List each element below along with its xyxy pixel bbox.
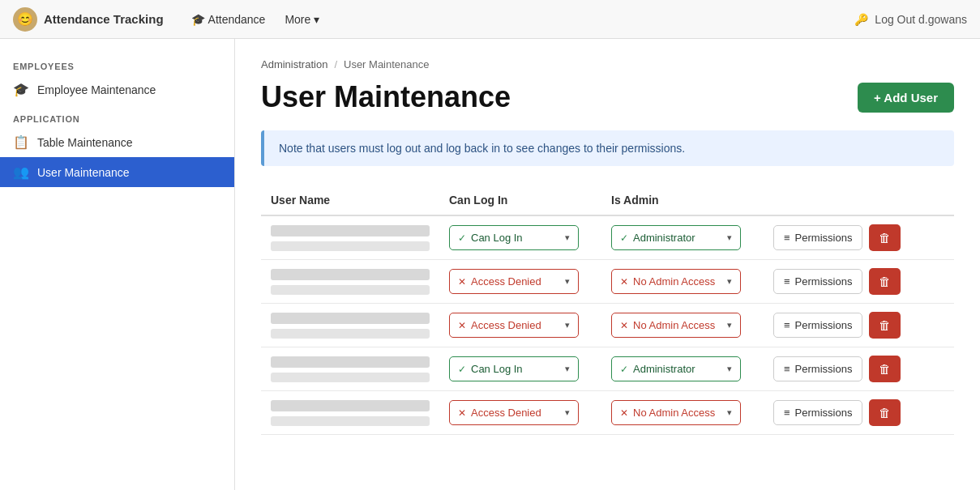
logout-button[interactable]: 🔑 Log Out d.gowans <box>854 13 967 26</box>
permissions-button-4[interactable]: ≡ Permissions <box>773 400 862 425</box>
permissions-list-icon: ≡ <box>784 407 790 419</box>
sidebar-item-user-maintenance[interactable]: 👥 User Maintenance <box>0 157 234 187</box>
delete-button-4[interactable]: 🗑 <box>869 399 901 426</box>
permissions-label: Permissions <box>795 319 853 331</box>
user-name-cell-3 <box>261 347 439 391</box>
is-admin-value: Administrator <box>633 232 695 244</box>
user-table: User Name Can Log In Is Admin ✓ Can Log … <box>261 185 954 435</box>
can-log-in-dropdown-1[interactable]: ✕ Access Denied ▾ <box>449 269 579 294</box>
actions-cell-1: ≡ Permissions 🗑 <box>764 260 954 304</box>
app-logo[interactable]: 😊 Attendance Tracking <box>13 7 164 32</box>
is-admin-cell-3: ✓ Administrator ▾ <box>601 347 764 391</box>
can-log-in-chevron-icon: ▾ <box>565 407 570 418</box>
user-name-cell-4 <box>261 391 439 435</box>
can-log-in-value: Can Log In <box>471 363 523 375</box>
actions-cell-2: ≡ Permissions 🗑 <box>764 304 954 347</box>
breadcrumb: Administration / User Maintenance <box>261 58 954 70</box>
is-admin-dropdown-1[interactable]: ✕ No Admin Access ▾ <box>611 269 741 294</box>
user-name-primary <box>271 356 430 368</box>
can-log-in-dropdown-3[interactable]: ✓ Can Log In ▾ <box>449 356 579 381</box>
info-banner: Note that users must log out and log bac… <box>261 130 954 166</box>
nav-item-more[interactable]: More ▾ <box>276 8 327 31</box>
nav-attendance-label: Attendance <box>208 13 266 26</box>
is-admin-chevron-icon: ▾ <box>727 320 732 330</box>
permissions-label: Permissions <box>795 275 853 288</box>
user-name-primary <box>271 313 430 324</box>
can-log-in-value: Access Denied <box>471 275 541 288</box>
app-title: Attendance Tracking <box>44 12 164 26</box>
page-header: User Maintenance + Add User <box>261 80 954 114</box>
delete-button-3[interactable]: 🗑 <box>869 356 901 382</box>
top-nav: 😊 Attendance Tracking 🎓 Attendance More … <box>0 0 980 39</box>
permissions-button-3[interactable]: ≡ Permissions <box>773 356 862 381</box>
sidebar-section-application: APPLICATION 📋 Table Maintenance 👥 User M… <box>0 104 234 187</box>
can-log-in-dropdown-2[interactable]: ✕ Access Denied ▾ <box>449 313 579 338</box>
sidebar: EMPLOYEES 🎓 Employee Maintenance APPLICA… <box>0 39 235 490</box>
actions-cell-3: ≡ Permissions 🗑 <box>764 347 954 391</box>
is-admin-value: No Admin Access <box>633 275 715 288</box>
breadcrumb-separator: / <box>334 58 337 70</box>
can-log-in-chevron-icon: ▾ <box>565 276 570 287</box>
table-row: ✕ Access Denied ▾ ✕ No Admin Access ▾ ≡ … <box>261 260 954 304</box>
col-is-admin: Is Admin <box>601 185 764 215</box>
permissions-button-2[interactable]: ≡ Permissions <box>773 313 862 338</box>
user-name-primary <box>271 225 430 236</box>
can-log-in-value: Access Denied <box>471 319 541 331</box>
breadcrumb-admin[interactable]: Administration <box>261 58 327 70</box>
attendance-icon: 🎓 <box>191 13 205 26</box>
logo-icon: 😊 <box>13 7 37 32</box>
delete-icon: 🗑 <box>879 275 891 288</box>
add-user-button[interactable]: + Add User <box>858 83 954 113</box>
table-maintenance-icon: 📋 <box>13 134 29 150</box>
table-row: ✕ Access Denied ▾ ✕ No Admin Access ▾ ≡ … <box>261 391 954 435</box>
breadcrumb-current: User Maintenance <box>344 58 430 70</box>
is-admin-dropdown-2[interactable]: ✕ No Admin Access ▾ <box>611 313 741 338</box>
is-admin-value: No Admin Access <box>633 407 715 419</box>
permissions-label: Permissions <box>795 232 853 244</box>
is-admin-chevron-icon: ▾ <box>727 364 732 374</box>
main-content: Administration / User Maintenance User M… <box>235 39 980 490</box>
is-admin-cell-2: ✕ No Admin Access ▾ <box>601 304 764 347</box>
actions-cell-0: ≡ Permissions 🗑 <box>764 215 954 260</box>
sidebar-employee-maintenance-label: Employee Maintenance <box>37 83 156 96</box>
chevron-down-icon: ▾ <box>314 13 319 26</box>
table-body: ✓ Can Log In ▾ ✓ Administrator ▾ ≡ Permi… <box>261 215 954 435</box>
is-admin-chevron-icon: ▾ <box>727 232 732 243</box>
permissions-button-0[interactable]: ≡ Permissions <box>773 225 862 250</box>
is-admin-cell-4: ✕ No Admin Access ▾ <box>601 391 764 435</box>
sidebar-item-employee-maintenance[interactable]: 🎓 Employee Maintenance <box>0 75 234 104</box>
nav-more-label: More <box>285 13 310 26</box>
can-log-in-dropdown-0[interactable]: ✓ Can Log In ▾ <box>449 225 579 250</box>
col-can-log-in: Can Log In <box>439 185 601 215</box>
user-maintenance-icon: 👥 <box>13 164 29 180</box>
user-name-secondary <box>271 285 430 295</box>
delete-icon: 🗑 <box>879 318 891 332</box>
sidebar-table-maintenance-label: Table Maintenance <box>37 136 133 149</box>
sidebar-section-application-label: APPLICATION <box>0 104 234 127</box>
permissions-list-icon: ≡ <box>784 232 790 244</box>
can-log-in-cell-2: ✕ Access Denied ▾ <box>439 304 601 347</box>
can-log-in-dropdown-4[interactable]: ✕ Access Denied ▾ <box>449 400 579 425</box>
table-row: ✕ Access Denied ▾ ✕ No Admin Access ▾ ≡ … <box>261 304 954 347</box>
user-name-primary <box>271 269 430 280</box>
delete-button-2[interactable]: 🗑 <box>869 312 901 339</box>
nav-item-attendance[interactable]: 🎓 Attendance <box>183 8 274 31</box>
user-name-cell-1 <box>261 260 439 304</box>
sidebar-item-table-maintenance[interactable]: 📋 Table Maintenance <box>0 127 234 157</box>
can-log-in-value: Access Denied <box>471 407 541 419</box>
nav-items: 🎓 Attendance More ▾ <box>183 8 328 31</box>
permissions-button-1[interactable]: ≡ Permissions <box>773 269 862 294</box>
can-log-in-cross-icon: ✕ <box>458 320 466 331</box>
delete-button-1[interactable]: 🗑 <box>869 268 901 295</box>
is-admin-dropdown-0[interactable]: ✓ Administrator ▾ <box>611 225 741 250</box>
permissions-list-icon: ≡ <box>784 319 790 331</box>
delete-button-0[interactable]: 🗑 <box>869 224 901 251</box>
permissions-list-icon: ≡ <box>784 363 790 375</box>
sidebar-user-maintenance-label: User Maintenance <box>37 166 130 179</box>
is-admin-dropdown-4[interactable]: ✕ No Admin Access ▾ <box>611 400 741 425</box>
layout: EMPLOYEES 🎓 Employee Maintenance APPLICA… <box>0 39 980 490</box>
delete-icon: 🗑 <box>879 362 891 376</box>
info-banner-text: Note that users must log out and log bac… <box>279 142 685 155</box>
is-admin-dropdown-3[interactable]: ✓ Administrator ▾ <box>611 356 741 381</box>
user-name-cell-2 <box>261 304 439 347</box>
